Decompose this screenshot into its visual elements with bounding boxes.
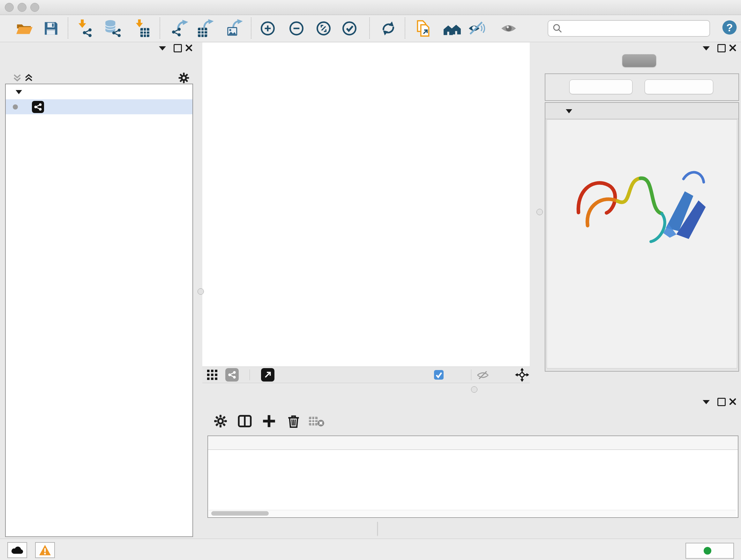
network-graph[interactable] — [202, 43, 530, 367]
zoom-selected-icon[interactable] — [340, 19, 359, 38]
toolbar-separator — [250, 369, 250, 380]
cloud-button[interactable] — [7, 542, 27, 558]
network-tree-child-row[interactable] — [6, 99, 192, 114]
network-view-toolbar — [202, 367, 530, 383]
zoom-out-icon[interactable] — [287, 19, 306, 38]
panel-close-icon[interactable] — [185, 44, 193, 52]
export-image-icon[interactable] — [225, 19, 244, 38]
network-status-dot — [13, 105, 18, 110]
window-zoom-button[interactable] — [30, 3, 39, 12]
horizontal-scrollbar[interactable] — [209, 510, 736, 516]
gene-section-header[interactable] — [545, 103, 738, 119]
results-section-box — [545, 102, 739, 372]
add-column-icon[interactable] — [262, 414, 276, 428]
results-controls-box — [545, 73, 739, 101]
network-type-icon — [32, 101, 44, 113]
import-network-file-icon[interactable] — [75, 19, 93, 38]
open-in-new-window-icon[interactable] — [261, 368, 274, 381]
toolbar-separator — [471, 369, 471, 380]
collapse-all-icon[interactable] — [13, 73, 22, 82]
tab-string[interactable] — [622, 54, 656, 67]
export-network-icon[interactable] — [171, 19, 189, 38]
warning-icon — [39, 544, 51, 556]
zoom-in-icon[interactable] — [259, 19, 277, 38]
toolbar-separator — [405, 17, 405, 39]
save-session-icon[interactable] — [42, 19, 60, 38]
pan-crosshair-icon[interactable] — [515, 368, 529, 382]
warnings-button[interactable] — [35, 542, 55, 558]
splitter-handle-right[interactable] — [536, 209, 543, 215]
network-canvas[interactable] — [202, 43, 530, 367]
panel-close-icon[interactable] — [729, 44, 737, 52]
toolbar-separator — [68, 17, 68, 39]
expand-all-icon[interactable] — [24, 73, 33, 82]
memory-status-dot — [704, 547, 711, 555]
open-file-icon[interactable] — [15, 19, 33, 38]
delete-table-icon[interactable] — [308, 414, 325, 428]
window-minimize-button[interactable] — [17, 3, 26, 12]
search-icon — [553, 23, 562, 33]
home-icon[interactable] — [443, 19, 461, 38]
gene-details — [547, 119, 737, 368]
panel-menu-icon[interactable] — [159, 46, 166, 51]
hide-graphics-details-icon[interactable] — [467, 19, 486, 38]
hidden-eye-icon[interactable] — [476, 370, 489, 380]
panel-menu-icon[interactable] — [703, 46, 710, 51]
search-input[interactable] — [565, 22, 704, 34]
panel-menu-icon[interactable] — [703, 400, 710, 404]
zoom-fit-icon[interactable] — [315, 19, 333, 38]
clone-network-icon[interactable] — [414, 19, 432, 38]
network-view-icon[interactable] — [225, 368, 239, 381]
memory-button[interactable] — [685, 543, 734, 559]
table-settings-gear-icon[interactable] — [213, 414, 228, 428]
node-table — [207, 435, 738, 518]
panel-close-icon[interactable] — [729, 398, 737, 406]
window-close-button[interactable] — [5, 3, 14, 12]
delete-column-icon[interactable] — [286, 414, 301, 428]
panel-float-icon[interactable] — [174, 44, 182, 52]
toolbar-separator — [251, 17, 252, 39]
gear-icon[interactable] — [178, 72, 190, 84]
cytoscape-window: ? — [0, 0, 741, 560]
toolbar-separator — [159, 17, 160, 39]
expand-all-button[interactable] — [569, 79, 632, 94]
main-toolbar: ? — [0, 15, 741, 42]
splitter-handle-bottom[interactable] — [471, 386, 477, 393]
status-bar — [0, 539, 741, 560]
refresh-icon[interactable] — [379, 19, 398, 38]
grid-view-icon[interactable] — [207, 369, 218, 380]
collapse-all-button[interactable] — [645, 79, 713, 94]
table-header-row — [208, 436, 738, 450]
title-bar — [0, 0, 741, 15]
selected-checkbox-icon[interactable] — [434, 370, 444, 380]
import-table-file-icon[interactable] — [132, 19, 150, 38]
section-collapse-icon[interactable] — [565, 108, 573, 114]
show-graphics-details-icon[interactable] — [499, 19, 518, 38]
network-tree — [5, 84, 193, 537]
search-box[interactable] — [548, 20, 710, 37]
protein-structure-image — [569, 142, 716, 263]
svg-text:?: ? — [726, 22, 733, 34]
tree-expand-icon[interactable] — [15, 89, 22, 95]
panel-float-icon[interactable] — [718, 44, 726, 52]
show-column-icon[interactable] — [238, 414, 252, 428]
import-network-database-icon[interactable] — [103, 19, 122, 38]
panel-float-icon[interactable] — [718, 398, 726, 406]
toolbar-separator — [369, 17, 370, 39]
help-icon[interactable]: ? — [722, 19, 738, 36]
splitter-handle-left[interactable] — [198, 288, 204, 295]
table-tabs — [377, 522, 378, 536]
scrollbar-thumb[interactable] — [211, 511, 269, 516]
export-table-icon[interactable] — [196, 19, 215, 38]
control-panel — [1, 43, 197, 539]
network-tree-root-row[interactable] — [6, 84, 192, 99]
cloud-icon — [10, 545, 24, 555]
